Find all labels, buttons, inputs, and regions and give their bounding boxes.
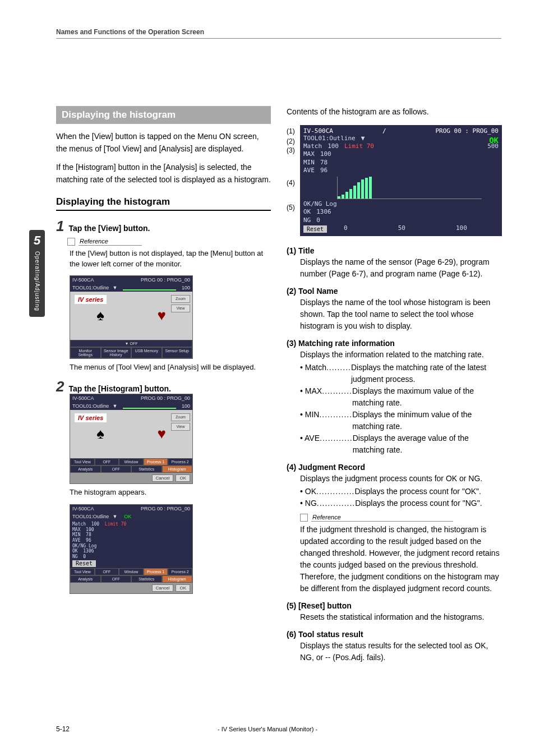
bullet-val: Displays the matching rate of the latest… bbox=[351, 362, 501, 385]
page-number: 5-12 bbox=[56, 725, 70, 733]
usb-memory-button[interactable]: USB Memory bbox=[131, 347, 162, 358]
shot-toolname: TOOL01:Outline bbox=[72, 514, 109, 519]
bullet-key: • OK bbox=[300, 486, 316, 497]
item-1: (1) Title Displays the name of the senso… bbox=[287, 246, 501, 280]
val-max: 100 bbox=[86, 527, 94, 532]
shot-title-right: PROG 00 : PROG_00 bbox=[141, 395, 190, 401]
toolview-process2[interactable]: Process 2 bbox=[168, 568, 192, 575]
left-column: Displaying the histogram When the [View]… bbox=[56, 106, 271, 670]
chapter-number: 5 bbox=[29, 233, 45, 248]
callout-2: (2) bbox=[287, 137, 295, 145]
zoom-button[interactable]: Zoom bbox=[171, 413, 190, 421]
toolview-process1[interactable]: Process 1 bbox=[144, 458, 168, 465]
analysis-statistics[interactable]: Statistics bbox=[131, 575, 162, 583]
shot-brand: IV series bbox=[75, 295, 107, 304]
analysis-statistics[interactable]: Statistics bbox=[131, 465, 162, 473]
bullet-val: Displays the process count for "NG". bbox=[355, 497, 501, 509]
shot-ok: OK bbox=[124, 514, 131, 519]
toolview-label: Tool View bbox=[70, 458, 95, 465]
cancel-button[interactable]: Cancel bbox=[152, 474, 174, 482]
reference-icon bbox=[67, 238, 75, 246]
toolview-window[interactable]: Window bbox=[119, 568, 144, 575]
heart-icon: ♥ bbox=[157, 307, 165, 324]
caption: The histogram appears. bbox=[70, 487, 271, 497]
diag-ok: OK bbox=[489, 135, 499, 145]
analysis-off[interactable]: OFF bbox=[101, 465, 132, 473]
page-footer: 5-12 - IV Series User's Manual (Monitor)… bbox=[0, 726, 535, 732]
analysis-histogram[interactable]: Histogram bbox=[162, 575, 193, 583]
sensor-image-history-button[interactable]: Sensor Image History bbox=[101, 347, 132, 358]
val-match: 100 bbox=[91, 522, 99, 527]
screenshot-analysis-menu: IV-500CAPROG 00 : PROG_00 TOOL01:Outline… bbox=[70, 394, 193, 484]
item-body: Displays the judgment process counts for… bbox=[300, 473, 501, 485]
bullet-key: • MAX bbox=[300, 385, 322, 409]
lbl-ng: NG bbox=[72, 554, 78, 559]
toolview-off[interactable]: OFF bbox=[95, 568, 119, 575]
shot-title-left: IV-500CA bbox=[72, 506, 94, 511]
diag-title-left: IV-500CA bbox=[303, 127, 333, 135]
view-button[interactable]: View bbox=[171, 423, 190, 431]
shot-title-left: IV-500CA bbox=[72, 395, 94, 401]
heart-icon: ♥ bbox=[157, 425, 165, 442]
toolview-off[interactable]: OFF bbox=[95, 458, 119, 465]
screenshot-menu-on: IV-500CAPROG 00 : PROG_00 TOOL01:Outline… bbox=[70, 275, 193, 359]
reference-label: Reference bbox=[79, 238, 142, 246]
lbl-ave: AVE bbox=[72, 538, 80, 543]
intro-paragraph: If the [Histogram] button in the [Analys… bbox=[56, 162, 271, 186]
histogram-diagram-wrap: (1) (2) (3) (4) (5) (6) (7) (8) IV-500CA… bbox=[287, 125, 501, 236]
item-head: (3) Matching rate information bbox=[287, 339, 501, 348]
bullet-key: • AVE bbox=[300, 432, 320, 456]
diag-min-value: 78 bbox=[320, 159, 328, 167]
diag-toolname[interactable]: TOOL01:Outline bbox=[303, 135, 356, 142]
lbl-limit: Limit 70 bbox=[105, 522, 127, 527]
diag-ngcount-value: 0 bbox=[316, 216, 320, 224]
ok-button[interactable]: OK bbox=[176, 474, 190, 482]
histogram-diagram: IV-500CA/PROG 00 : PROG_00 TOOL01:Outlin… bbox=[300, 125, 502, 236]
item-2: (2) Tool Name Displays the name of the t… bbox=[287, 287, 501, 332]
monitor-settings-button[interactable]: Monitor Settings bbox=[70, 347, 101, 358]
val-ng: 0 bbox=[83, 554, 86, 559]
item-body: Displays the name of the sensor (Page 6-… bbox=[300, 256, 501, 280]
lbl-match: Match bbox=[72, 522, 86, 527]
analysis-off[interactable]: OFF bbox=[101, 575, 132, 583]
item-3: (3) Matching rate information Displays t… bbox=[287, 339, 501, 456]
toolview-window[interactable]: Window bbox=[119, 458, 144, 465]
toolview-process2[interactable]: Process 2 bbox=[168, 458, 192, 465]
reference-callout: Reference bbox=[300, 514, 501, 522]
analysis-histogram[interactable]: Histogram bbox=[162, 465, 193, 473]
axis-50: 50 bbox=[398, 224, 405, 233]
callout-3: (3) bbox=[287, 146, 295, 154]
shot-value: 100 bbox=[182, 403, 190, 409]
reference-body: If the judgment threshold is changed, th… bbox=[300, 524, 501, 594]
bullet-dots: .............. bbox=[317, 497, 355, 509]
step-2: 2 Tap the [Histogram] button. bbox=[56, 379, 271, 394]
toolview-label: Tool View bbox=[70, 568, 95, 575]
caption: The menus of [Tool View] and [Analysis] … bbox=[70, 362, 271, 372]
section-heading: Displaying the histogram bbox=[56, 106, 271, 124]
val-ave: 96 bbox=[86, 538, 91, 543]
item-body: Displays the information related to the … bbox=[300, 349, 501, 361]
reset-button[interactable]: Reset bbox=[72, 560, 96, 567]
spade-icon: ♠ bbox=[96, 425, 104, 442]
cancel-button[interactable]: Cancel bbox=[152, 584, 174, 592]
reset-button[interactable]: Reset bbox=[303, 225, 327, 233]
histogram-legend-list: (1) Title Displays the name of the senso… bbox=[287, 246, 501, 663]
item-body: Resets the statistical information and t… bbox=[300, 611, 501, 623]
shot-value: 100 bbox=[182, 285, 190, 291]
zoom-button[interactable]: Zoom bbox=[171, 295, 190, 303]
step-title: Tap the [Histogram] button. bbox=[68, 384, 171, 393]
lbl-ok: OK bbox=[72, 548, 78, 554]
toolview-process1[interactable]: Process 1 bbox=[144, 568, 168, 575]
ok-button[interactable]: OK bbox=[176, 584, 190, 592]
item-head: (6) Tool status result bbox=[287, 630, 501, 639]
callout-1: (1) bbox=[287, 127, 295, 135]
sensor-setup-button[interactable]: Sensor Setup bbox=[162, 347, 193, 358]
item-head: (1) Title bbox=[287, 246, 501, 255]
diag-match-label: Match bbox=[303, 142, 322, 150]
bullet-key: • NG bbox=[300, 497, 317, 509]
off-dropdown[interactable]: ▼ OFF bbox=[70, 340, 192, 347]
reference-icon bbox=[300, 514, 308, 522]
view-button[interactable]: View bbox=[171, 305, 190, 312]
analysis-label: Analysis bbox=[70, 575, 101, 583]
bullet-dots: ............ bbox=[320, 432, 353, 456]
